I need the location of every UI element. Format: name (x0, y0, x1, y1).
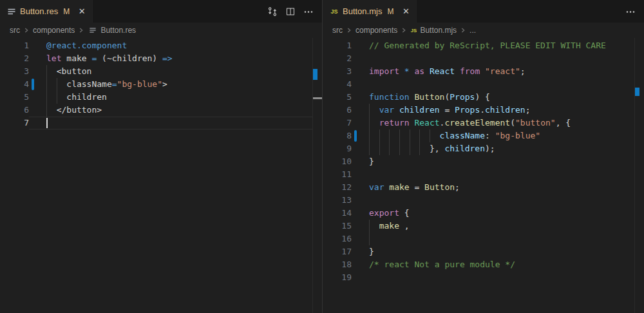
code-line[interactable]: 7 return React.createElement("button", { (323, 117, 644, 129)
more-actions-button[interactable] (623, 5, 638, 19)
editor-javascript[interactable]: 1// Generated by ReScript, PLEASE EDIT W… (323, 38, 644, 313)
code-text (369, 78, 634, 91)
line-number: 5 (323, 91, 352, 104)
line-number: 9 (323, 142, 352, 155)
gutter-spacer (32, 117, 34, 129)
tab-button-res[interactable]: Button.res M ✕ (0, 0, 93, 23)
line-number: 11 (323, 168, 352, 181)
breadcrumb-label: Button.mjs (420, 26, 457, 35)
vscode-workbench: Button.res M ✕ srccomponentsButton.res 1… (0, 0, 644, 313)
close-icon[interactable]: ✕ (399, 5, 412, 18)
overview-modified-marker (635, 88, 639, 96)
code-line[interactable]: 1// Generated by ReScript, PLEASE EDIT W… (323, 39, 644, 52)
code-line[interactable]: 19 (323, 271, 644, 284)
gutter-spacer (32, 104, 34, 116)
code-line[interactable]: 9 }, children); (323, 142, 644, 155)
gutter-spacer (354, 143, 357, 155)
code-line[interactable]: 2let make = (~children) => (0, 52, 322, 65)
indent-guide (369, 232, 370, 245)
close-icon[interactable]: ✕ (75, 5, 88, 18)
text-cursor (46, 118, 48, 128)
code-line[interactable]: 2 (323, 52, 644, 65)
indent-guide (46, 65, 47, 78)
code-line[interactable]: 8 className: "bg-blue" (323, 129, 644, 142)
code-line[interactable]: 5 children (0, 91, 322, 104)
code-line[interactable]: 13 (323, 194, 644, 207)
gutter-modified-indicator (32, 79, 34, 90)
indent-guide (379, 142, 380, 155)
breadcrumb-item[interactable]: ... (469, 26, 476, 35)
code-text: // Generated by ReScript, PLEASE EDIT WI… (369, 39, 634, 52)
gutter-spacer (354, 117, 357, 129)
line-number: 7 (0, 117, 29, 129)
code-line[interactable]: 11 (323, 168, 644, 181)
gutter-spacer (354, 259, 357, 270)
tab-button-mjs[interactable]: JS Button.mjs M ✕ (323, 0, 417, 23)
indent-guide (379, 129, 380, 142)
code-text: export { (369, 207, 634, 220)
breadcrumb-item[interactable]: components (355, 26, 397, 35)
indent-guide (399, 129, 400, 142)
code-line[interactable]: 4 (323, 78, 644, 91)
code-line[interactable]: 3 <button (0, 65, 322, 78)
code-line[interactable]: 10} (323, 155, 644, 168)
code-text: /* react Not a pure module */ (369, 258, 634, 271)
code-text: return React.createElement("button", { (369, 117, 634, 129)
code-line[interactable]: 15 make , (323, 220, 644, 232)
split-editor-button[interactable] (283, 5, 298, 19)
code-line[interactable]: 12var make = Button; (323, 181, 644, 194)
line-number: 7 (323, 117, 352, 129)
code-line[interactable]: 4 className="bg-blue"> (0, 78, 322, 91)
indent-guide (46, 91, 47, 104)
code-line[interactable]: 1@react.component (0, 39, 322, 52)
code-line[interactable]: 3import * as React from "react"; (323, 65, 644, 78)
code-text (369, 271, 634, 284)
indent-guide (410, 142, 410, 155)
code-line[interactable]: 14export { (323, 207, 644, 220)
tab-label: Button.mjs (343, 6, 382, 16)
overview-ruler[interactable] (634, 38, 644, 313)
code-text (369, 168, 634, 181)
breadcrumb-label: ... (469, 26, 476, 35)
overview-cursor-marker (313, 97, 322, 99)
gutter-spacer (32, 40, 34, 52)
overview-ruler[interactable] (312, 38, 322, 313)
js-file-icon: JS (329, 6, 339, 17)
code-text (46, 117, 312, 129)
gutter-spacer (32, 66, 34, 77)
more-actions-button[interactable] (301, 5, 316, 19)
breadcrumb-item[interactable]: components (33, 26, 75, 35)
code-line[interactable]: 6 var children = Props.children; (323, 104, 644, 117)
code-text: var make = Button; (369, 181, 634, 194)
breadcrumb-item[interactable]: src (10, 26, 20, 35)
code-line[interactable]: 6 </button> (0, 104, 322, 117)
code-line[interactable]: 7 (0, 117, 322, 129)
gutter-spacer (354, 182, 357, 193)
code-line[interactable]: 16 (323, 232, 644, 245)
breadcrumb-item[interactable]: src (332, 26, 343, 35)
line-number: 5 (0, 91, 29, 104)
code-text: children (46, 91, 312, 104)
breadcrumb-item[interactable]: JSButton.mjs (410, 26, 457, 35)
gutter-modified-indicator (354, 130, 357, 142)
gutter-spacer (354, 194, 357, 206)
editor-rescript[interactable]: 1@react.component2let make = (~children)… (0, 38, 322, 313)
editor-group-right: JS Button.mjs M ✕ srccomponentsJSButton.… (322, 0, 644, 313)
breadcrumb-separator-icon (345, 26, 354, 35)
indent-guide (419, 142, 420, 155)
gutter-spacer (354, 207, 357, 219)
line-number: 15 (323, 220, 352, 232)
code-line[interactable]: 17} (323, 245, 644, 258)
breadcrumb-item[interactable]: Button.res (88, 25, 136, 35)
code-line[interactable]: 5function Button(Props) { (323, 91, 644, 104)
code-line[interactable]: 18/* react Not a pure module */ (323, 258, 644, 271)
indent-guide (399, 142, 400, 155)
code-text: }, children); (369, 142, 634, 155)
line-number: 10 (323, 155, 352, 168)
breadcrumb-label: components (355, 26, 397, 35)
open-changes-button[interactable] (265, 5, 279, 19)
line-number: 3 (0, 65, 29, 78)
indent-guide (369, 220, 370, 232)
code-text: } (369, 155, 634, 168)
editor-actions-right (623, 0, 644, 23)
